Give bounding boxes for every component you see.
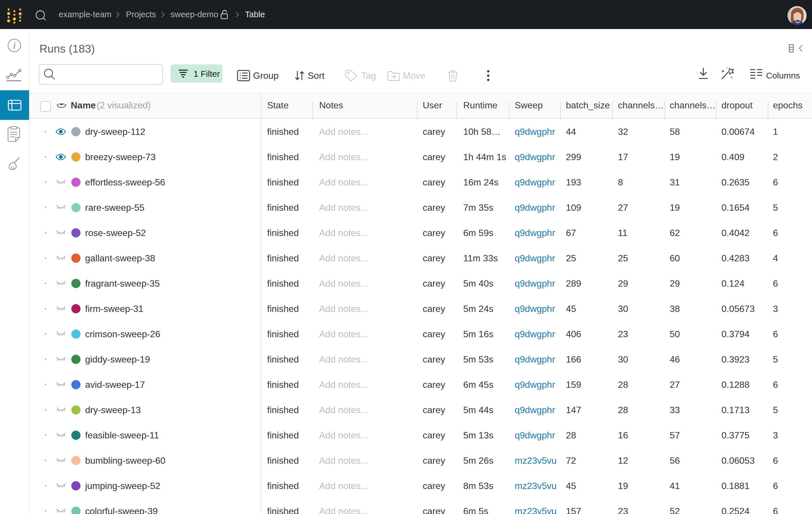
svg-text:i: i [13,40,16,51]
